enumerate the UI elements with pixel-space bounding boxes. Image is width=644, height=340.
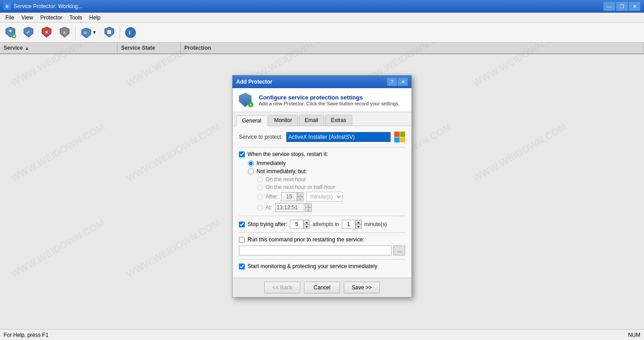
command-input-row: ... bbox=[239, 246, 405, 255]
toolbar-separator-2 bbox=[120, 26, 120, 39]
sub-options-group: On the next hour On the next hour or hal… bbox=[248, 176, 405, 212]
at-up-btn[interactable]: ▲ bbox=[305, 203, 312, 208]
dialog-header-title: Configure service protection settings bbox=[259, 94, 400, 101]
stop-service-button[interactable] bbox=[101, 24, 118, 41]
attempts-up-btn[interactable]: ▲ bbox=[303, 220, 310, 224]
dialog-body: Service to protect: ActiveX Installer (A… bbox=[233, 126, 411, 278]
tab-extras[interactable]: Extras bbox=[325, 115, 352, 126]
shield-plus-icon: + bbox=[248, 102, 253, 107]
browse-button[interactable]: ... bbox=[393, 246, 405, 255]
menu-help[interactable]: Help bbox=[86, 14, 104, 22]
minimize-button[interactable]: — bbox=[603, 2, 615, 11]
after-row: After: ▲ ▼ minute(s) bbox=[257, 192, 405, 202]
back-button[interactable]: << Back bbox=[264, 282, 300, 293]
next-hour-half-radio[interactable] bbox=[257, 184, 263, 190]
immediately-label: Immediately bbox=[257, 160, 286, 166]
app-title: Service Protector: Working... bbox=[14, 3, 603, 9]
windows-logo bbox=[394, 132, 405, 142]
dialog-header: + Configure service protection settings … bbox=[233, 88, 411, 112]
dialog-close-button[interactable]: ✕ bbox=[398, 78, 408, 86]
next-hour-label: On the next hour bbox=[266, 176, 306, 183]
win-logo-q3 bbox=[394, 137, 400, 143]
shield-button-1[interactable]: ✓ bbox=[20, 24, 37, 41]
status-bar: For Help, press F1 NUM bbox=[0, 329, 644, 340]
immediately-radio[interactable] bbox=[248, 161, 254, 166]
menu-file[interactable]: File bbox=[2, 14, 18, 22]
dialog-help-button[interactable]: ? bbox=[387, 78, 397, 86]
service-select-wrapper: ActiveX Installer (AxInstSV) bbox=[286, 132, 391, 142]
settings-button[interactable]: ⚙ ▼ bbox=[77, 24, 100, 41]
at-radio[interactable] bbox=[257, 205, 263, 211]
toolbar-separator-1 bbox=[75, 26, 75, 39]
dialog-title-bar: Add Protector ? ✕ bbox=[233, 76, 411, 88]
attempts-down-btn[interactable]: ▼ bbox=[303, 224, 310, 229]
svg-rect-17 bbox=[107, 30, 111, 34]
shield-button-3[interactable]: ⏸ bbox=[56, 24, 73, 41]
after-radio[interactable] bbox=[257, 194, 263, 200]
run-command-checkbox[interactable] bbox=[239, 237, 245, 243]
attempts-input[interactable] bbox=[290, 220, 303, 229]
restart-options-group: Immediately Not immediately, but: On the… bbox=[239, 160, 405, 212]
run-command-label: Run this command prior to restarting the… bbox=[247, 236, 364, 243]
info-button[interactable]: i bbox=[122, 24, 139, 41]
service-select[interactable]: ActiveX Installer (AxInstSV) bbox=[286, 132, 391, 142]
dialog-header-subtitle: Add a new Protector. Click the Save butt… bbox=[259, 101, 400, 106]
immediately-radio-row: Immediately bbox=[248, 160, 405, 166]
after-value-input[interactable] bbox=[281, 192, 297, 201]
tab-email[interactable]: Email bbox=[299, 115, 324, 126]
svg-point-18 bbox=[126, 28, 135, 38]
svg-text:✕: ✕ bbox=[45, 30, 48, 35]
after-up-btn[interactable]: ▲ bbox=[297, 192, 303, 197]
next-hour-half-label: On the next hour or half-hour bbox=[266, 184, 335, 190]
at-down-btn[interactable]: ▼ bbox=[305, 208, 312, 212]
after-label: After: bbox=[266, 194, 279, 200]
tab-monitor[interactable]: Monitor bbox=[268, 115, 298, 126]
restore-button[interactable]: ❐ bbox=[616, 2, 628, 11]
after-unit-select[interactable]: minute(s) bbox=[306, 192, 343, 202]
save-button[interactable]: Save >> bbox=[344, 282, 380, 293]
close-button[interactable]: ✕ bbox=[629, 2, 640, 11]
svg-text:i: i bbox=[129, 29, 131, 36]
dialog-title: Add Protector bbox=[236, 79, 386, 85]
command-input[interactable] bbox=[239, 246, 392, 255]
svg-rect-7 bbox=[14, 35, 15, 38]
when-stops-checkbox[interactable] bbox=[239, 151, 245, 157]
numlock-indicator: NUM bbox=[628, 332, 640, 338]
not-immediately-radio[interactable] bbox=[248, 169, 254, 175]
win-logo-q4 bbox=[400, 137, 406, 143]
dialog-tabs: General Monitor Email Extras bbox=[233, 112, 411, 126]
start-monitoring-row: Start monitoring & protecting your servi… bbox=[239, 263, 405, 269]
minutes-down-btn[interactable]: ▼ bbox=[355, 224, 362, 229]
minutes-spinner: ▲ ▼ bbox=[342, 220, 362, 229]
menu-protector[interactable]: Protector bbox=[37, 14, 66, 22]
minutes-input[interactable] bbox=[342, 220, 355, 229]
after-spinner: ▲ ▼ bbox=[281, 192, 303, 201]
divider-2 bbox=[239, 216, 405, 216]
tab-general[interactable]: General bbox=[236, 115, 267, 126]
menu-tools[interactable]: Tools bbox=[66, 14, 86, 22]
toolbar: ✓ ✕ ⏸ ⚙ ▼ bbox=[0, 23, 644, 42]
at-row: At: ▲ ▼ bbox=[257, 203, 405, 212]
svg-text:✓: ✓ bbox=[26, 30, 30, 35]
dialog-header-text: Configure service protection settings Ad… bbox=[259, 94, 400, 106]
attempts-spinner: ▲ ▼ bbox=[290, 220, 310, 229]
after-down-btn[interactable]: ▼ bbox=[297, 197, 303, 201]
dialog-header-icon: + bbox=[239, 93, 253, 107]
title-bar: S Service Protector: Working... — ❐ ✕ bbox=[0, 0, 644, 13]
when-stops-label: When the service stops, restart it: bbox=[247, 151, 328, 157]
shield-button-2[interactable]: ✕ bbox=[38, 24, 55, 41]
svg-text:S: S bbox=[6, 5, 8, 8]
at-value-input[interactable] bbox=[275, 203, 304, 212]
next-hour-half-row: On the next hour or half-hour bbox=[257, 184, 405, 190]
menu-view[interactable]: View bbox=[18, 14, 37, 22]
at-label: At: bbox=[266, 204, 272, 211]
stop-trying-checkbox[interactable] bbox=[239, 222, 245, 227]
start-monitoring-checkbox[interactable] bbox=[239, 264, 245, 269]
cancel-button[interactable]: Cancel bbox=[304, 282, 340, 293]
minutes-up-btn[interactable]: ▲ bbox=[355, 220, 362, 224]
add-protector-button[interactable] bbox=[2, 24, 19, 41]
service-select-row: Service to protect: ActiveX Installer (A… bbox=[239, 132, 405, 142]
next-hour-radio[interactable] bbox=[257, 177, 263, 183]
win-logo-q1 bbox=[394, 132, 400, 137]
svg-text:⏸: ⏸ bbox=[62, 31, 66, 35]
